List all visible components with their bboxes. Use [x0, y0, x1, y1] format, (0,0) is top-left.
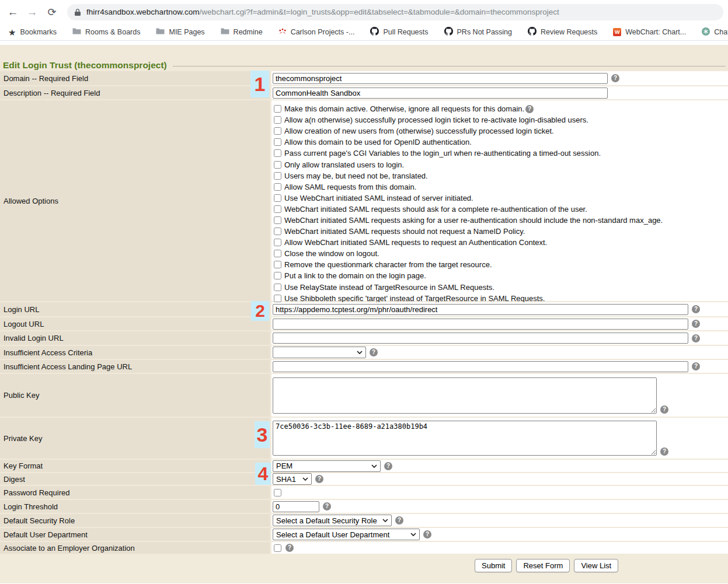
- option-label: Use RelayState instead of TargetResource…: [284, 283, 494, 292]
- option-checkbox[interactable]: [274, 105, 281, 113]
- allowed-options-label: Allowed Options: [0, 100, 270, 301]
- chatgpt-icon: [702, 27, 710, 37]
- checkbox-option: WebChart initiated SAML requests should …: [273, 204, 663, 215]
- option-checkbox[interactable]: [274, 127, 281, 135]
- help-icon[interactable]: ?: [692, 305, 700, 313]
- digest-select[interactable]: SHA1: [273, 473, 312, 485]
- option-label: Close the window on logout.: [284, 249, 379, 258]
- browser-toolbar: ← → ⟳ fhirr4sandbox.webchartnow.com/webc…: [0, 0, 728, 24]
- option-checkbox[interactable]: [274, 149, 281, 157]
- checkbox-option: Allow this domain to be used for OpenID …: [273, 137, 663, 148]
- bookmark-carlson-projects[interactable]: Carlson Projects -...: [278, 27, 355, 37]
- help-icon[interactable]: ?: [692, 362, 700, 370]
- url-bar[interactable]: fhirr4sandbox.webchartnow.com/webchart.c…: [67, 4, 723, 20]
- checkbox-option: WebChart initiated SAML requests should …: [273, 226, 663, 237]
- default-user-department-select[interactable]: Select a Default User Department: [273, 529, 420, 540]
- chrome-content-gap: [0, 41, 728, 45]
- form-row-logout-url: Logout URL ?: [0, 317, 728, 330]
- private-key-textarea[interactable]: 7ce50036-3c3b-11ee-8689-a21a380b19b4: [273, 421, 657, 456]
- bookmark-rooms-boards[interactable]: Rooms & Boards: [72, 27, 140, 37]
- option-checkbox[interactable]: [274, 194, 281, 202]
- option-label: Allow creation of new users from (otherw…: [284, 127, 554, 135]
- view-list-button[interactable]: View List: [574, 559, 618, 572]
- option-checkbox[interactable]: [274, 205, 281, 213]
- checkbox-option: Use WebChart initiated SAML instead of s…: [273, 193, 663, 204]
- option-checkbox[interactable]: [274, 138, 281, 146]
- webchart-icon: W: [613, 28, 621, 36]
- option-checkbox[interactable]: [274, 295, 281, 302]
- option-label: Allow a(n otherwise) successfully proces…: [284, 116, 588, 124]
- bookmark-chatgpt[interactable]: ChatGPT: [702, 27, 728, 37]
- option-checkbox[interactable]: [274, 172, 281, 180]
- help-icon[interactable]: ?: [384, 462, 392, 470]
- associate-employer-checkbox[interactable]: [274, 544, 281, 552]
- help-icon[interactable]: ?: [285, 544, 294, 552]
- help-icon[interactable]: ?: [315, 475, 323, 483]
- checkbox-option: Use RelayState instead of TargetResource…: [273, 282, 663, 293]
- option-label: Allow this domain to be used for OpenID …: [284, 138, 472, 146]
- help-icon[interactable]: ?: [660, 447, 668, 456]
- folder-icon: [156, 27, 165, 37]
- form-footer: Submit Reset Form View List: [0, 555, 728, 583]
- option-label: WebChart initiated SAML requests should …: [284, 227, 525, 236]
- invalid-login-url-label: Invalid Login URL: [0, 331, 270, 345]
- key-format-select[interactable]: PEM: [273, 460, 381, 472]
- form-row-associate-employer: Associate to an Employer Organization ?: [0, 542, 728, 554]
- description-input[interactable]: [273, 88, 608, 99]
- reload-button[interactable]: ⟳: [44, 6, 60, 19]
- bookmark-prs-not-passing[interactable]: PRs Not Passing: [444, 27, 512, 37]
- option-checkbox[interactable]: [274, 228, 281, 235]
- logout-url-input[interactable]: [273, 319, 688, 330]
- help-icon[interactable]: ?: [395, 516, 403, 524]
- form-row-public-key: Public Key ?: [0, 374, 728, 417]
- form-row-login-threshold: Login Threshold ?: [0, 500, 728, 513]
- help-icon[interactable]: ?: [370, 348, 378, 356]
- bookmark-redmine[interactable]: Redmine: [221, 27, 263, 37]
- bookmark-mie-pages[interactable]: MIE Pages: [156, 27, 204, 37]
- help-icon[interactable]: ?: [692, 320, 700, 328]
- form-row-default-security-role: Default Security Role Select a Default S…: [0, 514, 728, 527]
- option-checkbox[interactable]: [274, 250, 281, 257]
- help-icon[interactable]: ?: [525, 105, 534, 113]
- back-button[interactable]: ←: [5, 6, 21, 19]
- help-icon[interactable]: ?: [692, 334, 700, 342]
- password-required-checkbox[interactable]: [274, 489, 281, 496]
- checkbox-option: Users may be, but need not be, translate…: [273, 170, 663, 181]
- option-checkbox[interactable]: [274, 239, 281, 246]
- option-checkbox[interactable]: [274, 261, 281, 268]
- option-checkbox[interactable]: [274, 272, 281, 279]
- github-icon: [528, 27, 537, 37]
- option-checkbox[interactable]: [274, 183, 281, 191]
- option-checkbox[interactable]: [274, 216, 281, 224]
- form-row-insufficient-access-landing: Insufficient Access Landing Page URL ?: [0, 360, 728, 373]
- option-label: Pass current page's CGI Variables to the…: [284, 149, 601, 158]
- bookmark-review-requests[interactable]: Review Requests: [528, 27, 597, 37]
- option-checkbox[interactable]: [274, 161, 281, 169]
- option-checkbox[interactable]: [274, 284, 281, 291]
- default-security-role-select[interactable]: Select a Default Security Role: [273, 515, 392, 526]
- login-threshold-input[interactable]: [273, 501, 319, 512]
- chevron-down-icon: [382, 519, 388, 522]
- github-icon: [370, 27, 379, 37]
- login-url-input[interactable]: [273, 304, 688, 315]
- help-icon[interactable]: ?: [423, 530, 431, 538]
- chevron-down-icon: [410, 533, 416, 536]
- bookmark-pull-requests[interactable]: Pull Requests: [370, 27, 428, 37]
- help-icon[interactable]: ?: [611, 74, 619, 82]
- insufficient-access-landing-input[interactable]: [273, 361, 688, 372]
- option-checkbox[interactable]: [274, 116, 281, 124]
- option-label: WebChart initiated SAML requests should …: [284, 205, 587, 214]
- invalid-login-url-input[interactable]: [273, 333, 688, 344]
- bookmark-bookmarks[interactable]: ★ Bookmarks: [8, 28, 57, 37]
- option-label: Allow SAML requests from this domain.: [284, 183, 416, 191]
- insufficient-access-criteria-select[interactable]: [273, 347, 366, 358]
- reset-form-button[interactable]: Reset Form: [516, 559, 570, 572]
- forward-button[interactable]: →: [24, 6, 40, 19]
- bookmark-webchart[interactable]: W WebChart: Chart...: [613, 28, 686, 36]
- domain-input[interactable]: [273, 73, 608, 84]
- help-icon[interactable]: ?: [660, 405, 668, 414]
- submit-button[interactable]: Submit: [475, 559, 512, 572]
- help-icon[interactable]: ?: [323, 502, 331, 510]
- form-row-insufficient-access-criteria: Insufficient Access Criteria ?: [0, 346, 728, 359]
- public-key-textarea[interactable]: [273, 377, 657, 414]
